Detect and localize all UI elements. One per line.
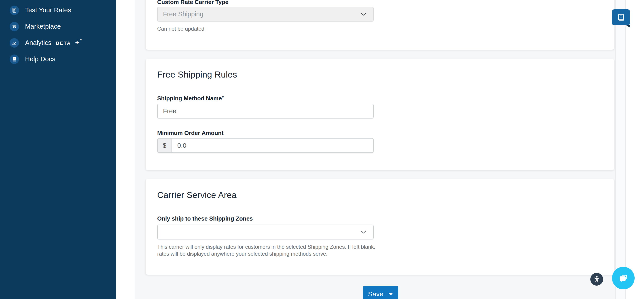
- app-root: Test Your Rates Marketplace: [0, 0, 644, 299]
- required-mark: *: [222, 95, 224, 100]
- chat-bubbles-icon: [618, 273, 629, 284]
- sidebar-item-label: Help Docs: [25, 55, 56, 63]
- sidebar-item-analytics[interactable]: Analytics BETA ✦ ✦: [0, 35, 116, 51]
- sidebar: Test Your Rates Marketplace: [0, 0, 116, 299]
- save-button-label: Save: [368, 290, 383, 298]
- shipping-zones-label: Only ship to these Shipping Zones: [157, 215, 253, 222]
- minimum-order-amount-input[interactable]: [172, 139, 373, 152]
- sidebar-item-help-docs[interactable]: Help Docs: [0, 51, 116, 67]
- calculator-icon: [10, 5, 19, 15]
- accessibility-button[interactable]: [590, 273, 603, 286]
- free-shipping-rules-card: Free Shipping Rules Shipping Method Name…: [145, 59, 614, 170]
- carrier-type-label: Custom Rate Carrier Type: [157, 0, 228, 5]
- card-title: Free Shipping Rules: [157, 70, 237, 79]
- card-title: Carrier Service Area: [157, 190, 236, 200]
- minimum-order-amount-label: Minimum Order Amount: [157, 130, 224, 137]
- sidebar-item-label: Test Your Rates: [25, 6, 71, 14]
- currency-prefix: $: [158, 139, 172, 152]
- shipping-method-name-label: Shipping Method Name*: [157, 95, 224, 102]
- shipping-method-name-input[interactable]: [157, 104, 374, 118]
- carrier-service-area-card: Carrier Service Area Only ship to these …: [145, 179, 614, 275]
- sidebar-item-label: Marketplace: [25, 23, 61, 30]
- accessibility-person-icon: [593, 275, 601, 283]
- help-docs-tab-button[interactable]: [612, 9, 630, 25]
- storefront-icon: [10, 22, 19, 31]
- chevron-down-icon: [360, 12, 366, 16]
- beta-badge: BETA: [56, 40, 71, 46]
- sidebar-item-test-your-rates[interactable]: Test Your Rates: [0, 2, 116, 18]
- sidebar-item-label: Analytics: [25, 39, 52, 46]
- save-dropdown-caret-icon[interactable]: [389, 293, 393, 296]
- minimum-order-amount-group: $: [157, 138, 374, 153]
- chat-widget-button[interactable]: [612, 267, 634, 290]
- shipping-zones-helper: This carrier will only display rates for…: [157, 243, 383, 257]
- open-book-icon: [616, 13, 626, 22]
- chevron-down-icon: [360, 230, 366, 234]
- save-button[interactable]: Save: [363, 286, 398, 299]
- vertical-scrollbar[interactable]: [616, 0, 626, 299]
- carrier-type-card: Custom Rate Carrier Type Free Shipping C…: [145, 0, 614, 50]
- sidebar-item-marketplace[interactable]: Marketplace: [0, 18, 116, 35]
- line-chart-icon: [10, 38, 19, 48]
- carrier-type-selected-value: Free Shipping: [163, 10, 204, 18]
- book-icon: [10, 54, 19, 64]
- carrier-type-select[interactable]: Free Shipping: [157, 7, 374, 21]
- carrier-type-helper: Can not be updated: [157, 25, 204, 32]
- sparkle-icon: ✦ ✦: [74, 40, 80, 46]
- shipping-zones-select[interactable]: [157, 225, 374, 239]
